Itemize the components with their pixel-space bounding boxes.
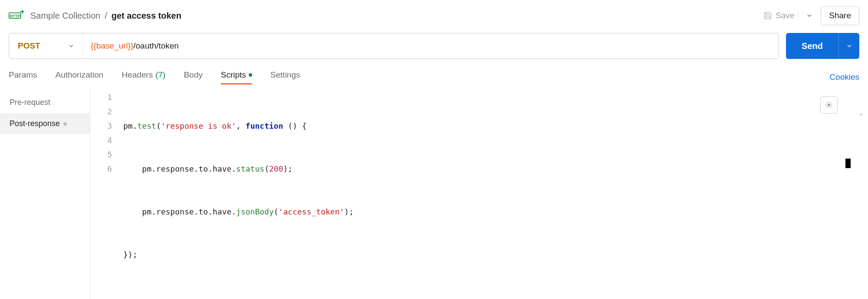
line-number: 3: [90, 119, 112, 133]
header-actions: Save Share: [763, 6, 859, 25]
code-line: pm.test('response is ok', function () {: [123, 119, 868, 133]
chevron-down-icon: [806, 12, 813, 19]
headers-count: (7): [155, 70, 165, 80]
sparkle-icon: [824, 100, 834, 110]
tab-scripts-label: Scripts: [221, 70, 246, 80]
line-gutter: 1 2 3 4 5 6: [90, 88, 119, 299]
code-line: [123, 290, 868, 299]
tab-authorization[interactable]: Authorization: [55, 70, 103, 84]
request-input-box: POST {{base_url}}/oauth/token: [9, 33, 779, 59]
request-tabs: Params Authorization Headers (7) Body Sc…: [0, 59, 868, 84]
code-line: pm.response.to.have.jsonBody('access_tok…: [123, 205, 868, 219]
editor-area: Pre-request Post-response 1 2 3 4 5 6 pm…: [0, 84, 868, 299]
line-number: 2: [90, 104, 112, 119]
line-number: 1: [90, 90, 112, 104]
cookies-link[interactable]: Cookies: [829, 72, 859, 82]
code-content[interactable]: pm.test('response is ok', function () { …: [119, 88, 868, 299]
header-bar: HTTP Sample Collection / get access toke…: [0, 0, 868, 33]
method-label: POST: [18, 41, 40, 51]
tab-params[interactable]: Params: [9, 70, 37, 84]
chevron-down-icon: [68, 42, 75, 49]
breadcrumb-current: get access token: [112, 11, 181, 21]
tab-body[interactable]: Body: [184, 70, 202, 84]
method-selector[interactable]: POST: [9, 33, 83, 58]
script-tab-post-response[interactable]: Post-response: [0, 113, 90, 134]
ai-assist-button[interactable]: [820, 96, 838, 114]
tab-headers-label: Headers: [122, 70, 153, 80]
url-path: /oauth/token: [133, 41, 179, 51]
script-tab-post-response-label: Post-response: [10, 119, 60, 128]
breadcrumb-parent[interactable]: Sample Collection: [30, 11, 100, 21]
breadcrumb-separator: /: [105, 11, 107, 21]
send-dropdown-button[interactable]: [838, 33, 859, 59]
url-variable: {{base_url}}: [91, 41, 133, 51]
tab-settings[interactable]: Settings: [270, 70, 300, 84]
chevron-down-icon: [846, 42, 853, 49]
unsaved-dot-icon: [249, 73, 252, 77]
svg-point-2: [828, 104, 830, 106]
svg-text:HTTP: HTTP: [10, 14, 20, 18]
code-editor[interactable]: 1 2 3 4 5 6 pm.test('response is ok', fu…: [90, 88, 868, 299]
share-button[interactable]: Share: [821, 6, 859, 25]
save-label: Save: [776, 11, 794, 20]
send-button[interactable]: Send: [786, 33, 838, 59]
save-icon: [763, 11, 772, 20]
http-badge-icon: HTTP: [9, 10, 24, 21]
unsaved-dot-icon: [63, 122, 67, 126]
script-subtabs: Pre-request Post-response: [0, 88, 90, 299]
save-dropdown-button[interactable]: [802, 9, 817, 23]
chevron-left-icon: [858, 112, 864, 117]
script-tab-pre-request[interactable]: Pre-request: [0, 92, 90, 113]
breadcrumb: Sample Collection / get access token: [30, 11, 181, 21]
code-line: });: [123, 247, 868, 262]
code-line: pm.response.to.have.status(200);: [123, 162, 868, 176]
send-button-group: Send: [786, 33, 859, 59]
line-number: 5: [90, 147, 112, 162]
cursor-caret: [845, 159, 851, 168]
save-button[interactable]: Save: [763, 11, 798, 20]
tab-headers[interactable]: Headers (7): [122, 70, 165, 84]
line-number: 4: [90, 133, 112, 147]
url-input[interactable]: {{base_url}}/oauth/token: [83, 33, 779, 58]
request-bar: POST {{base_url}}/oauth/token Send: [0, 33, 868, 59]
line-number: 6: [90, 162, 112, 176]
tab-scripts[interactable]: Scripts: [221, 70, 252, 84]
collapse-panel-button[interactable]: [857, 108, 865, 120]
